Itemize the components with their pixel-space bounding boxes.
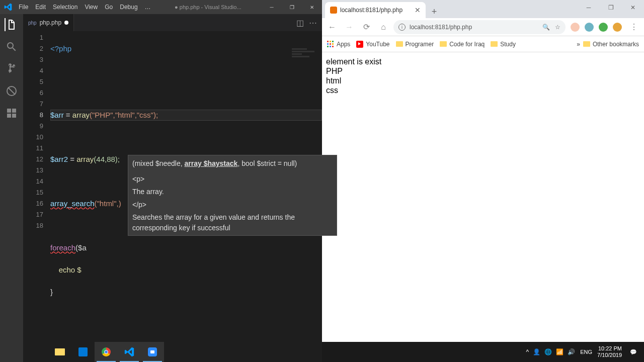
bookmark-folder[interactable]: Code for Iraq (440, 41, 485, 48)
split-editor-icon[interactable]: ◫ (296, 18, 304, 28)
source-control-icon[interactable] (5, 62, 18, 75)
activity-bar (0, 14, 23, 362)
chrome-maximize-button[interactable]: ❐ (600, 0, 622, 15)
chrome-menu-icon[interactable]: ⋮ (627, 20, 641, 34)
folder-icon (583, 41, 590, 47)
youtube-icon (356, 41, 363, 48)
menu-selection[interactable]: Selection (49, 2, 81, 13)
tray-up-icon[interactable]: ^ (526, 348, 529, 355)
tray-language[interactable]: ENG (580, 349, 592, 355)
extension-icon[interactable] (585, 23, 594, 32)
chrome-window: localhost:8181/php.php ✕ + ─ ❐ ✕ ← → ⟳ ⌂… (322, 0, 644, 342)
tray-clock[interactable]: 10:22 PM 7/10/2019 (597, 345, 622, 358)
extensions-icon[interactable] (5, 107, 18, 120)
chrome-close-button[interactable]: ✕ (622, 0, 644, 15)
tray-people-icon[interactable]: 👤 (533, 348, 540, 355)
minimap[interactable] (292, 48, 322, 109)
bookmark-folder[interactable]: Study (491, 41, 516, 48)
extension-icon[interactable] (613, 23, 622, 32)
other-bookmarks[interactable]: Other bookmarks (583, 41, 639, 48)
bookmark-folder[interactable]: Programer (396, 41, 434, 48)
tray-volume-icon[interactable]: 🔊 (568, 348, 575, 355)
address-bar[interactable]: i localhost:8181/php.php 🔍 ☆ (393, 20, 566, 34)
code-editor[interactable]: 123456789101112131415161718 <?php $arr =… (23, 31, 322, 362)
page-content: element is exist PHP html css (322, 52, 644, 342)
chrome-tabstrip: localhost:8181/php.php ✕ + ─ ❐ ✕ (322, 0, 644, 18)
debug-icon[interactable] (5, 84, 18, 98)
page-text: html (326, 76, 640, 85)
page-text: element is exist (326, 57, 640, 66)
bookmark-star-icon[interactable]: ☆ (555, 24, 560, 31)
php-file-icon: php (28, 20, 37, 26)
close-button[interactable]: ✕ (302, 0, 322, 14)
bookmark-apps[interactable]: Apps (327, 41, 350, 48)
action-center-icon[interactable]: 💬 (627, 349, 640, 355)
forward-button[interactable]: → (342, 20, 356, 34)
editor-tabs: php php.php ◫ ⋯ (23, 14, 322, 31)
folder-icon (396, 41, 403, 47)
tray-network-icon[interactable]: 🌐 (544, 348, 552, 355)
home-button[interactable]: ⌂ (376, 20, 390, 34)
zoom-icon[interactable]: 🔍 (542, 24, 550, 31)
chrome-minimize-button[interactable]: ─ (578, 0, 600, 15)
line-gutter: 123456789101112131415161718 (23, 31, 50, 362)
new-tab-button[interactable]: + (428, 5, 441, 18)
url-text: localhost:8181/php.php (410, 24, 472, 31)
bookmarks-overflow-icon[interactable]: » (577, 41, 580, 48)
page-text: css (326, 86, 640, 95)
vscode-logo-icon (4, 3, 12, 11)
modified-indicator-icon (64, 21, 68, 25)
window-title: ● php.php - Visual Studio... (154, 4, 262, 10)
chrome-tab-title: localhost:8181/php.php (340, 7, 403, 14)
bookmarks-bar: Apps YouTube Programer Code for Iraq Stu… (322, 36, 644, 52)
tab-php[interactable]: php php.php (23, 14, 74, 31)
more-actions-icon[interactable]: ⋯ (309, 18, 317, 28)
menu-more[interactable]: … (141, 2, 154, 13)
page-text: PHP (326, 67, 640, 76)
svg-line-1 (8, 87, 15, 95)
maximize-button[interactable]: ❐ (282, 0, 302, 14)
minimize-button[interactable]: ─ (262, 0, 282, 14)
tab-label: php.php (40, 19, 61, 26)
menu-edit[interactable]: Edit (32, 2, 49, 13)
tray-wifi-icon[interactable]: 📶 (556, 348, 564, 355)
explorer-icon[interactable] (5, 18, 18, 31)
extension-icon[interactable] (571, 23, 580, 32)
chrome-toolbar: ← → ⟳ ⌂ i localhost:8181/php.php 🔍 ☆ ⋮ (322, 18, 644, 36)
apps-icon (327, 41, 334, 48)
favicon-icon (330, 7, 337, 14)
chrome-tab[interactable]: localhost:8181/php.php ✕ (325, 2, 426, 18)
menu-debug[interactable]: Debug (116, 2, 141, 13)
extension-icon[interactable] (599, 23, 608, 32)
folder-icon (440, 41, 447, 47)
back-button[interactable]: ← (325, 20, 339, 34)
bookmark-youtube[interactable]: YouTube (356, 41, 389, 48)
signature-help-tooltip: (mixed $needle, array $haystack, bool $s… (128, 155, 337, 236)
tab-close-icon[interactable]: ✕ (415, 6, 421, 14)
search-icon[interactable] (5, 40, 18, 53)
menu-go[interactable]: Go (101, 2, 116, 13)
vscode-titlebar: File Edit Selection View Go Debug … ● ph… (0, 0, 322, 14)
vscode-window: File Edit Selection View Go Debug … ● ph… (0, 0, 322, 342)
menu-file[interactable]: File (15, 2, 32, 13)
menu-view[interactable]: View (81, 2, 101, 13)
site-info-icon[interactable]: i (398, 24, 406, 31)
reload-button[interactable]: ⟳ (359, 20, 373, 34)
folder-icon (491, 41, 498, 47)
